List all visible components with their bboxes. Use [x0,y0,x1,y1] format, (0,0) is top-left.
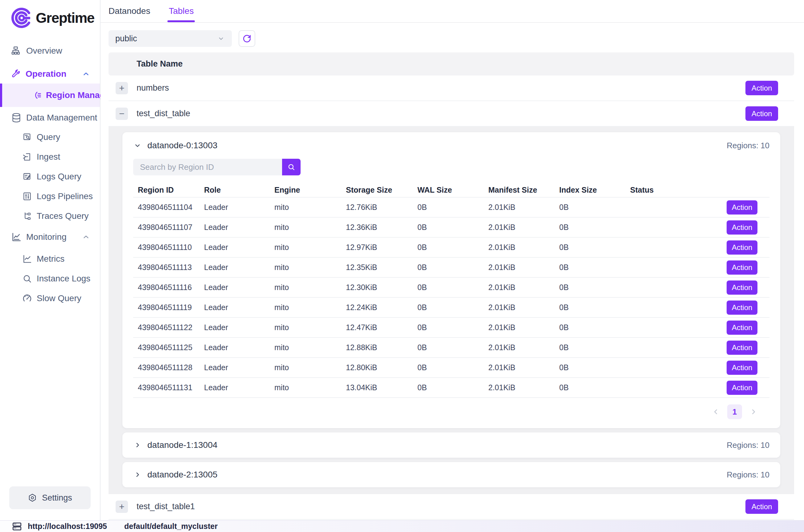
manifest-size-cell: 2.01KiB [488,203,559,212]
engine-cell: mito [274,263,346,272]
sidebar-section-monitoring[interactable]: Monitoring [0,227,100,247]
region-search-button[interactable] [282,159,301,175]
region-action-cell: Action [701,200,769,214]
column-header-index-size: Index Size [559,186,630,194]
region-action-cell: Action [701,221,769,234]
document-edit-icon [22,172,32,182]
region-action-button[interactable]: Action [727,200,758,214]
table-action-button[interactable]: Action [745,106,778,121]
pagination: 1 [133,397,769,426]
wal-size-cell: 0B [417,363,488,372]
sidebar-section-operation[interactable]: Operation [0,64,100,83]
region-table-row: 4398046511131 Leader mito 13.04KiB 0B 2.… [133,377,769,397]
table-action-button[interactable]: Action [745,499,778,514]
index-size-cell: 0B [559,263,630,272]
tab-tables[interactable]: Tables [169,0,194,22]
region-search-group [133,159,301,175]
region-id-cell: 4398046511116 [133,283,204,292]
sidebar-item-logs-pipelines[interactable]: Logs Pipelines [0,187,100,206]
wal-size-cell: 0B [417,203,488,212]
region-action-button[interactable]: Action [727,261,758,274]
cluster-name: default/default_mycluster [124,522,218,531]
column-header-engine: Engine [274,186,346,194]
manifest-size-cell: 2.01KiB [488,323,559,332]
index-size-cell: 0B [559,283,630,292]
sidebar-item-label: Overview [26,46,62,56]
index-size-cell: 0B [559,363,630,372]
storage-size-cell: 12.35KiB [346,263,417,272]
table-row: + numbers Action [109,76,794,101]
pagination-page-1[interactable]: 1 [727,404,742,419]
chevron-up-icon[interactable] [82,70,90,78]
column-header-region-id: Region ID [133,186,204,194]
region-action-button[interactable]: Action [727,301,758,315]
sidebar-item-overview[interactable]: Overview [0,41,100,60]
sidebar-section-label: Operation [25,69,66,79]
chevron-right-icon [133,441,142,450]
sidebar-item-metrics[interactable]: Metrics [0,249,100,269]
expand-row-button[interactable]: + [116,82,128,94]
region-id-cell: 4398046511110 [133,243,204,252]
table-row: + test_dist_table1 Action [109,494,794,520]
collapse-row-button[interactable]: − [116,108,128,120]
pagination-prev-button[interactable] [712,408,720,416]
gear-icon [28,493,37,502]
sidebar-item-instance-logs[interactable]: Instance Logs [0,269,100,288]
sidebar-item-slow-query[interactable]: Slow Query [0,288,100,308]
table-action-button[interactable]: Action [745,81,778,95]
sidebar-item-region-management[interactable]: Region Management [0,83,100,107]
region-action-button[interactable]: Action [727,281,758,294]
sidebar-item-traces-query[interactable]: Traces Query [0,206,100,226]
region-action-button[interactable]: Action [727,221,758,234]
region-table-row: 4398046511107 Leader mito 12.36KiB 0B 2.… [133,217,769,237]
region-table-row: 4398046511104 Leader mito 12.76KiB 0B 2.… [133,197,769,217]
chevron-up-icon[interactable] [82,233,90,241]
wal-size-cell: 0B [417,383,488,392]
region-action-button[interactable]: Action [727,321,758,335]
region-id-cell: 4398046511113 [133,263,204,272]
region-action-button[interactable]: Action [727,361,758,375]
region-table-row: 4398046511122 Leader mito 12.47KiB 0B 2.… [133,317,769,337]
ingest-arrow-icon [22,152,32,162]
tab-datanodes[interactable]: Datanodes [109,0,150,22]
sidebar-section-data-management[interactable]: Data Management [0,108,100,127]
expand-row-button[interactable]: + [116,500,128,513]
regions-count-badge: Regions: 10 [727,470,769,480]
region-search-row [122,159,780,175]
sidebar-item-logs-query[interactable]: Logs Query [0,167,100,187]
index-size-cell: 0B [559,383,630,392]
refresh-button[interactable] [238,30,255,47]
schema-select[interactable]: public [109,30,232,47]
region-action-cell: Action [701,261,769,274]
region-action-button[interactable]: Action [727,341,758,355]
manifest-size-cell: 2.01KiB [488,243,559,252]
sidebar-item-query[interactable]: Query [0,127,100,147]
datanode-1-header[interactable]: datanode-1:13004 Regions: 10 [122,433,780,458]
index-size-cell: 0B [559,343,630,352]
index-size-cell: 0B [559,243,630,252]
region-action-button[interactable]: Action [727,241,758,254]
region-table-body: 4398046511104 Leader mito 12.76KiB 0B 2.… [133,197,769,397]
region-action-button[interactable]: Action [727,381,758,395]
datanode-card-0: datanode-0:13003 Regions: 10 [122,132,780,428]
main-row: Greptime Overview [0,0,804,520]
search-icon [287,163,295,171]
datanode-0-header[interactable]: datanode-0:13003 Regions: 10 [122,132,780,159]
pagination-next-button[interactable] [749,408,758,416]
column-header-manifest-size: Manifest Size [488,186,559,194]
region-table-header-row: Region ID Role Engine Storage Size WAL S… [133,183,769,197]
sidebar-item-ingest[interactable]: Ingest [0,147,100,167]
manifest-size-cell: 2.01KiB [488,223,559,232]
table-name-column-header: Table Name [137,59,183,69]
region-search-input[interactable] [133,159,282,175]
role-cell: Leader [204,243,274,252]
engine-cell: mito [274,323,346,332]
role-cell: Leader [204,263,274,272]
region-table-row: 4398046511110 Leader mito 12.97KiB 0B 2.… [133,237,769,257]
content-area: Datanodes Tables public [100,0,804,520]
datanode-2-header[interactable]: datanode-2:13005 Regions: 10 [122,462,780,487]
region-id-cell: 4398046511122 [133,323,204,332]
server-url[interactable]: http://localhost:19095 [28,522,107,531]
region-action-cell: Action [701,281,769,294]
settings-button[interactable]: Settings [9,487,91,509]
